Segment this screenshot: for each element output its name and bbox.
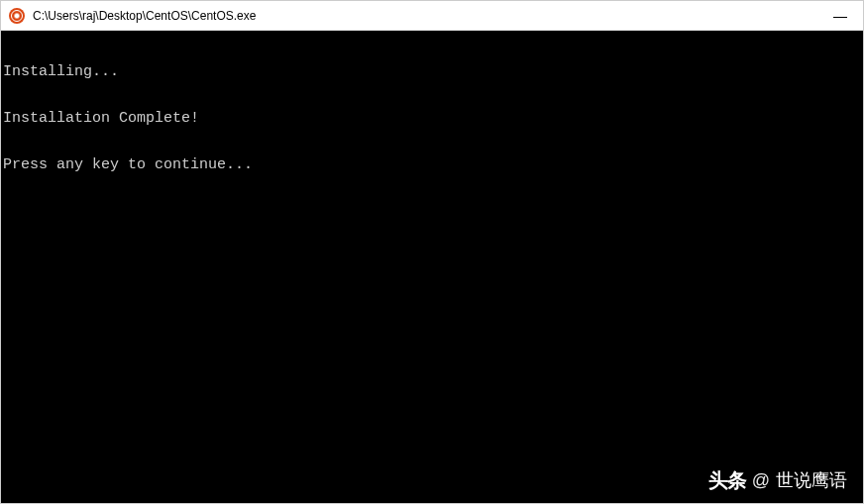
- minimize-button[interactable]: —: [817, 1, 863, 31]
- watermark-at: @: [752, 471, 770, 490]
- console-line: Press any key to continue...: [3, 157, 863, 173]
- watermark-author: 世说鹰语: [776, 471, 847, 490]
- console-line: Installing...: [3, 64, 863, 80]
- console-output[interactable]: Installing... Installation Complete! Pre…: [1, 31, 863, 503]
- watermark: 头条 @ 世说鹰语: [708, 470, 847, 491]
- watermark-brand: 头条: [708, 470, 746, 491]
- console-line: Installation Complete!: [3, 111, 863, 127]
- ubuntu-icon: [9, 8, 25, 24]
- window-controls: —: [817, 1, 863, 30]
- console-window: C:\Users\raj\Desktop\CentOS\CentOS.exe —…: [0, 0, 864, 504]
- titlebar[interactable]: C:\Users\raj\Desktop\CentOS\CentOS.exe —: [1, 1, 863, 31]
- window-title: C:\Users\raj\Desktop\CentOS\CentOS.exe: [33, 9, 256, 23]
